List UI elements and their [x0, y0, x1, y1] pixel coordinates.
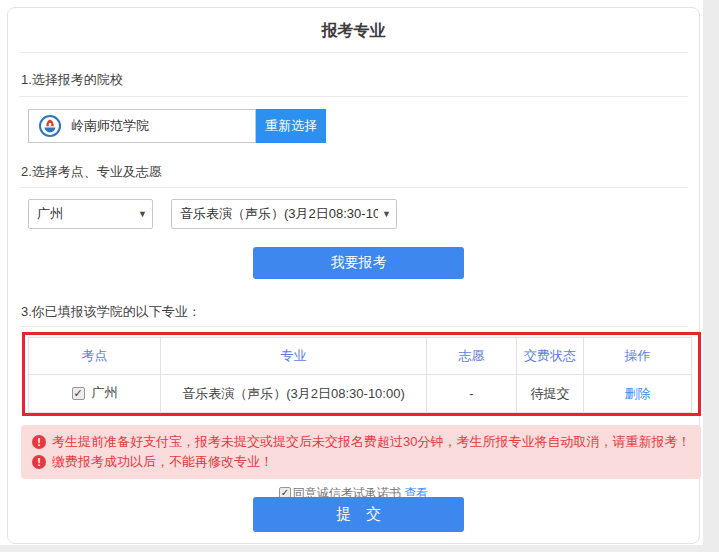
delete-link[interactable]: 删除 — [625, 386, 651, 401]
selected-school-name: 岭南师范学院 — [71, 117, 149, 135]
reselect-school-button[interactable]: 重新选择 — [256, 109, 326, 143]
header-exam-site: 考点 — [29, 338, 161, 375]
divider — [19, 96, 688, 97]
major-select-value: 音乐表演（声乐）(3月2日08:30-10:00 — [180, 205, 378, 223]
row-payment-status: 待提交 — [517, 375, 584, 413]
exclamation-circle-icon — [32, 435, 46, 449]
scrollbar-track-vertical[interactable] — [703, 0, 719, 552]
row-exam-site: 广州 — [92, 384, 118, 402]
row-major: 音乐表演（声乐）(3月2日08:30-10:00) — [161, 375, 427, 413]
applied-majors-table: 考点 专业 志愿 交费状态 操作 广州 音乐表演（声乐）(3月2日08:30-1… — [28, 337, 692, 413]
table-row: 广州 音乐表演（声乐）(3月2日08:30-10:00) - 待提交 删除 — [29, 375, 692, 413]
divider — [19, 326, 688, 327]
scrollbar-track-horizontal[interactable] — [0, 545, 703, 552]
divider — [19, 187, 688, 188]
warning-text: 考生提前准备好支付宝，报考未提交或提交后未交报名费超过30分钟，考生所报专业将自… — [52, 433, 690, 451]
header-payment-status: 交费状态 — [517, 338, 584, 375]
header-action: 操作 — [584, 338, 692, 375]
section2-label: 2.选择考点、专业及志愿 — [21, 163, 162, 181]
page-title: 报考专业 — [8, 21, 699, 42]
form-panel: 报考专业 1.选择报考的院校 岭南师范学院 重新选择 2.选择考点、专业及志愿 … — [7, 7, 700, 544]
row-preference: - — [427, 375, 517, 413]
table-header-row: 考点 专业 志愿 交费状态 操作 — [29, 338, 692, 375]
applied-majors-highlight-frame: 考点 专业 志愿 交费状态 操作 广州 音乐表演（声乐）(3月2日08:30-1… — [22, 332, 701, 416]
page: 报考专业 1.选择报考的院校 岭南师范学院 重新选择 2.选择考点、专业及志愿 … — [0, 0, 719, 552]
chevron-down-icon: ▼ — [382, 209, 391, 219]
exam-site-select[interactable]: 广州 ▼ — [28, 199, 153, 229]
section3-label: 3.你已填报该学院的以下专业： — [21, 303, 201, 321]
warning-box: 考生提前准备好支付宝，报考未提交或提交后未交报名费超过30分钟，考生所报专业将自… — [21, 425, 701, 479]
exam-site-select-value: 广州 — [37, 205, 63, 223]
header-preference: 志愿 — [427, 338, 517, 375]
warning-line: 考生提前准备好支付宝，报考未提交或提交后未交报名费超过30分钟，考生所报专业将自… — [32, 432, 701, 452]
apply-button[interactable]: 我要报考 — [253, 247, 464, 279]
exclamation-circle-icon — [32, 455, 46, 469]
submit-button[interactable]: 提 交 — [253, 497, 464, 532]
selected-school-field: 岭南师范学院 — [28, 109, 256, 143]
warning-line: 缴费报考成功以后，不能再修改专业！ — [32, 452, 701, 472]
header-major: 专业 — [161, 338, 427, 375]
chevron-down-icon: ▼ — [138, 209, 147, 219]
school-emblem-icon — [39, 115, 61, 137]
major-select[interactable]: 音乐表演（声乐）(3月2日08:30-10:00 ▼ — [171, 199, 397, 229]
section1-label: 1.选择报考的院校 — [21, 71, 123, 89]
row-checkbox[interactable] — [72, 387, 85, 400]
divider — [19, 52, 688, 53]
warning-text: 缴费报考成功以后，不能再修改专业！ — [52, 453, 273, 471]
